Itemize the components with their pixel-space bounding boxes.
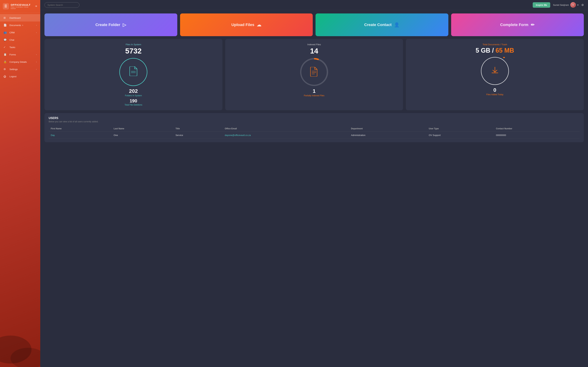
- quick-actions: Create Folder ▷ Upload Files ☁ Create Co…: [40, 10, 588, 36]
- sidebar-label-chat: Chat: [9, 39, 14, 41]
- create-contact-label: Create Contact: [364, 23, 391, 27]
- header-right: Inspire Me Suniel Seejiram S ▾ ⚙: [533, 2, 584, 8]
- sidebar-item-tasks[interactable]: ✓ Tasks: [0, 43, 40, 51]
- eye-icon: 👁: [35, 5, 37, 8]
- complete-form-card[interactable]: Complete Form ✏: [451, 13, 584, 36]
- complete-form-label: Complete Form: [500, 23, 528, 27]
- sidebar-item-company-details[interactable]: 🔒 Company Details ›: [0, 58, 40, 66]
- trash-value: 5 GB / 65 MB: [410, 47, 579, 54]
- create-folder-icon: ▷: [123, 22, 126, 28]
- files-in-system-label: Files In System: [49, 43, 218, 46]
- forms-icon: 📋: [3, 53, 7, 56]
- user-name: Suniel Seejiram: [553, 4, 569, 6]
- file-document-icon: [129, 67, 138, 78]
- search-input[interactable]: [44, 2, 79, 8]
- sidebar-item-documents[interactable]: 📄 Documents + ›: [0, 22, 40, 29]
- files-circle-container: [49, 58, 218, 86]
- sidebar-label-tasks: Tasks: [9, 46, 15, 49]
- stats-section: Files In System 5732 202 Folder: [40, 36, 588, 113]
- sidebar-nav: ⊞ Dashboard 📄 Documents + › 👥 CRM › 💬 Ch…: [0, 13, 40, 367]
- trash-label: Total Documents / Trash: [410, 43, 579, 46]
- create-folder-card[interactable]: Create Folder ▷: [44, 13, 177, 36]
- app-tagline: FREE YOURSELF FROM PAPER: [11, 6, 33, 9]
- files-today-label: Files Added Today: [410, 93, 579, 96]
- sidebar-label-company-details: Company Details: [9, 61, 27, 63]
- company-details-icon: 🔒: [3, 60, 7, 63]
- files-circle: [119, 58, 147, 86]
- create-contact-icon: 👤: [394, 22, 399, 28]
- folders-in-system-value: 202: [49, 88, 218, 94]
- stat-card-files: Files In System 5732 202 Folder: [44, 39, 222, 110]
- upload-files-card[interactable]: Upload Files ☁: [180, 13, 313, 36]
- users-title: USERS: [49, 117, 579, 120]
- col-first-name: First Name: [49, 126, 112, 132]
- sidebar-logo: 🗄 OFFICEVAULT FREE YOURSELF FROM PAPER 👁: [0, 0, 40, 13]
- gear-icon[interactable]: ⚙: [581, 3, 584, 7]
- table-row: Day One Service dayone@officevault.co.za…: [49, 132, 579, 139]
- sidebar-label-dashboard: Dashboard: [9, 17, 21, 19]
- sidebar-item-forms[interactable]: 📋 Forms ›: [0, 51, 40, 58]
- company-details-arrow-icon: ›: [36, 61, 37, 63]
- user-contact: 00000000: [494, 132, 579, 139]
- col-last-name: Last Name: [112, 126, 173, 132]
- sidebar-label-documents: Documents: [9, 24, 21, 26]
- total-deletions-value: 190: [49, 98, 218, 104]
- user-info: Suniel Seejiram S ▾: [553, 2, 579, 8]
- sidebar-label-logout: Logout: [9, 75, 17, 78]
- col-user-type: User Type: [427, 126, 494, 132]
- sidebar-item-crm[interactable]: 👥 CRM ›: [0, 29, 40, 36]
- header: Inspire Me Suniel Seejiram S ▾ ⚙: [40, 0, 588, 10]
- sidebar-label-forms: Forms: [9, 53, 16, 56]
- total-docs-size: 5 GB /: [476, 47, 496, 54]
- create-folder-label: Create Folder: [95, 23, 120, 27]
- indexed-circle: [300, 58, 328, 86]
- upload-files-label: Upload Files: [231, 23, 254, 27]
- col-contact: Contact Number: [494, 126, 579, 132]
- indexed-circle-container: [229, 58, 399, 86]
- col-email: Office Email: [223, 126, 349, 132]
- sidebar-item-logout[interactable]: ⏻ Logout: [0, 73, 40, 80]
- documents-icon: 📄: [3, 24, 7, 27]
- create-contact-card[interactable]: Create Contact 👤: [316, 13, 448, 36]
- sidebar-item-settings[interactable]: ⚙ Settings ›: [0, 66, 40, 73]
- dashboard-icon: ⊞: [3, 16, 7, 19]
- users-table-header-row: First Name Last Name Title Office Email …: [49, 126, 579, 132]
- users-table-head: First Name Last Name Title Office Email …: [49, 126, 579, 132]
- logo-icon: 🗄: [3, 3, 9, 9]
- indexed-files-label: Indexed Files: [229, 43, 399, 46]
- sidebar-item-dashboard[interactable]: ⊞ Dashboard: [0, 14, 40, 22]
- logo-text: OFFICEVAULT FREE YOURSELF FROM PAPER: [11, 3, 33, 9]
- users-table: First Name Last Name Title Office Email …: [49, 126, 579, 139]
- inspire-me-button[interactable]: Inspire Me: [533, 2, 550, 8]
- settings-arrow-icon: ›: [36, 68, 37, 70]
- user-first-name[interactable]: Day: [49, 132, 112, 139]
- user-last-name: One: [112, 132, 173, 139]
- users-section: USERS Below you can view a list of all u…: [44, 113, 584, 142]
- user-dropdown-arrow[interactable]: ▾: [577, 4, 579, 6]
- folders-in-system-sub: 202 Folders In System 190 Total File Del…: [49, 88, 218, 106]
- indexed-document-icon: [310, 67, 319, 77]
- col-title: Title: [173, 126, 223, 132]
- users-table-body: Day One Service dayone@officevault.co.za…: [49, 132, 579, 139]
- sidebar: 🗄 OFFICEVAULT FREE YOURSELF FROM PAPER 👁…: [0, 0, 40, 367]
- tasks-icon: ✓: [3, 46, 7, 49]
- stat-card-indexed: Indexed Files 14 1: [225, 39, 403, 110]
- complete-form-icon: ✏: [531, 22, 535, 28]
- partially-indexed-value: 1: [229, 88, 399, 94]
- upload-files-icon: ☁: [257, 22, 261, 28]
- crm-arrow-icon: ›: [36, 32, 37, 33]
- user-email[interactable]: dayone@officevault.co.za: [223, 132, 349, 139]
- app-name: OFFICEVAULT: [11, 3, 33, 6]
- chat-icon: 💬: [3, 38, 7, 42]
- crm-icon: 👥: [3, 31, 7, 34]
- files-today-value: 0: [410, 87, 579, 93]
- user-department: Administration: [349, 132, 427, 139]
- files-today-sub: 0 Files Added Today: [410, 87, 579, 96]
- settings-icon: ⚙: [3, 68, 7, 71]
- sidebar-item-chat[interactable]: 💬 Chat: [0, 36, 40, 43]
- trash-size: 65 MB: [496, 47, 514, 54]
- forms-arrow-icon: ›: [36, 53, 37, 56]
- user-title: Service: [173, 132, 223, 139]
- users-subtitle: Below you can view a list of all users c…: [49, 120, 579, 123]
- col-department: Department: [349, 126, 427, 132]
